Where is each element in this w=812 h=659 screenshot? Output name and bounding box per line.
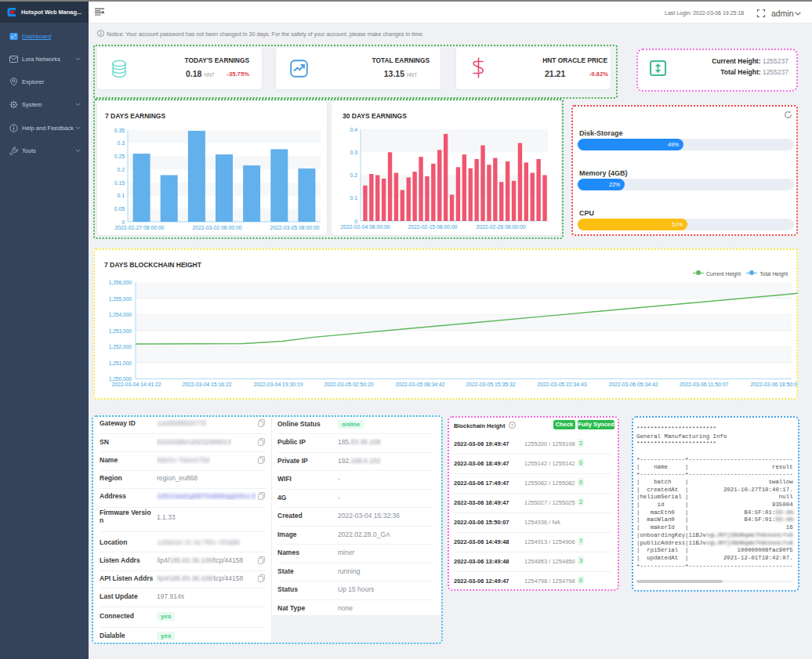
svg-text:2022-03-05 22:34:43: 2022-03-05 22:34:43 [537, 382, 586, 387]
svg-text:2022-03-05 08:00:00: 2022-03-05 08:00:00 [270, 225, 319, 230]
svg-text:1,252,000: 1,252,000 [109, 344, 132, 349]
svg-text:2022-02-15 08:00:00: 2022-02-15 08:00:00 [408, 224, 457, 230]
svg-text:0.3: 0.3 [350, 150, 358, 155]
svg-text:2022-02-26 08:00:00: 2022-02-26 08:00:00 [476, 224, 525, 230]
svg-text:0: 0 [354, 219, 357, 224]
svg-text:0.25: 0.25 [114, 154, 125, 159]
svg-text:2022-03-04 19:30:19: 2022-03-04 19:30:19 [253, 382, 303, 387]
svg-text:1,251,000: 1,251,000 [109, 360, 132, 366]
svg-text:2022-03-02 08:00:00: 2022-03-02 08:00:00 [192, 225, 241, 230]
svg-text:2022-03-06 05:34:42: 2022-03-06 05:34:42 [608, 382, 658, 387]
svg-text:2022-03-05 15:35:32: 2022-03-05 15:35:32 [466, 382, 515, 387]
svg-text:2022-03-05 08:34:42: 2022-03-05 08:34:42 [395, 382, 444, 387]
svg-text:0.2: 0.2 [350, 172, 358, 178]
svg-text:2022-03-04 15:16:22: 2022-03-04 15:16:22 [182, 382, 231, 387]
svg-text:0: 0 [121, 219, 125, 225]
svg-text:1,255,000: 1,255,000 [109, 296, 132, 302]
svg-text:1,254,000: 1,254,000 [109, 312, 132, 317]
svg-text:1,253,000: 1,253,000 [109, 328, 132, 334]
svg-text:0.15: 0.15 [114, 180, 125, 186]
svg-text:1,250,000: 1,250,000 [109, 376, 132, 382]
svg-text:0.4: 0.4 [350, 127, 358, 132]
svg-text:1,256,000: 1,256,000 [109, 280, 132, 285]
svg-text:2022-03-06 18:50:07: 2022-03-06 18:50:07 [750, 382, 798, 387]
svg-text:?: ? [511, 423, 514, 428]
svg-text:0.1: 0.1 [118, 193, 125, 198]
svg-text:0.2: 0.2 [118, 167, 125, 172]
svg-text:0.35: 0.35 [114, 128, 125, 133]
svg-text:2022-02-27 08:00:00: 2022-02-27 08:00:00 [114, 225, 164, 230]
svg-text:2022-03-06 11:50:07: 2022-03-06 11:50:07 [680, 382, 729, 387]
svg-text:0.1: 0.1 [350, 195, 358, 201]
svg-text:0.3: 0.3 [118, 140, 125, 146]
svg-text:2022-02-04 08:00:00: 2022-02-04 08:00:00 [340, 224, 390, 230]
svg-text:2022-03-05 02:50:20: 2022-03-05 02:50:20 [324, 382, 373, 387]
svg-text:0.05: 0.05 [114, 206, 125, 212]
svg-text:2022-03-04 14:41:22: 2022-03-04 14:41:22 [111, 382, 161, 387]
